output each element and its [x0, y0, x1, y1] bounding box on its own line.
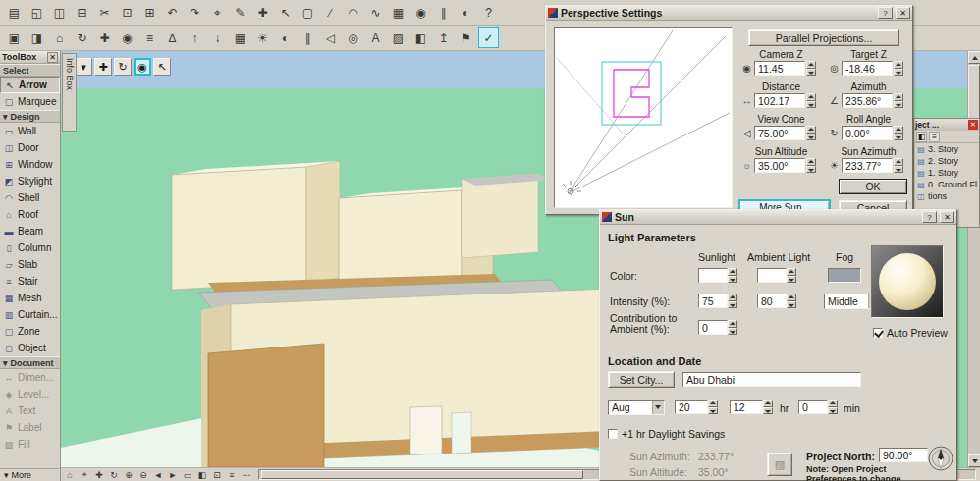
paste-icon[interactable]: ⊞	[139, 2, 160, 23]
target-z-input[interactable]: -18.46	[842, 61, 893, 76]
tool-object[interactable]: ◻ Object	[0, 340, 60, 356]
ambient-color-field[interactable]	[757, 268, 787, 283]
dialog-titlebar[interactable]: Sun ? ✕	[600, 210, 956, 225]
shadow-icon[interactable]: ◐	[275, 27, 296, 48]
help-icon[interactable]: ?	[878, 7, 893, 19]
minute-input[interactable]: 0	[798, 400, 828, 414]
story-item-1[interactable]: ▤ 1. Story	[914, 167, 979, 179]
tool-beam[interactable]: ▬ Beam	[0, 223, 60, 240]
orbit-icon[interactable]: ↻	[107, 469, 121, 481]
story-down-icon[interactable]: ↓	[207, 27, 228, 48]
value-stepper[interactable]	[806, 158, 816, 173]
contribution-input[interactable]: 0	[698, 320, 728, 335]
zoom-icon[interactable]: ⌖	[207, 2, 228, 23]
tool-text[interactable]: A Text	[0, 402, 60, 419]
close-icon[interactable]: ✕	[940, 211, 954, 223]
daylight-savings-checkbox[interactable]: +1 hr Daylight Savings	[608, 428, 725, 440]
render-icon[interactable]: ◧	[410, 27, 431, 48]
text-icon[interactable]: A	[365, 27, 386, 48]
list-view-icon[interactable]: ≡	[929, 132, 940, 142]
toolbox-section-document[interactable]: ▾ Document	[0, 356, 60, 369]
detail-icon[interactable]: ◎	[343, 27, 363, 48]
undo-icon[interactable]: ↶	[162, 2, 183, 23]
auto-preview-checkbox[interactable]: Auto Preview	[873, 327, 948, 339]
value-stepper[interactable]	[894, 126, 903, 140]
ambient-color-stepper[interactable]	[787, 268, 796, 283]
gravity-icon[interactable]: ◉	[410, 2, 431, 23]
tool-fill[interactable]: ▨ Fill	[0, 436, 60, 453]
new-file-icon[interactable]: ▤	[4, 2, 25, 23]
help-icon[interactable]: ?	[478, 2, 499, 23]
explore-icon[interactable]: ✚	[94, 27, 115, 48]
orbit-icon[interactable]: ↻	[72, 27, 92, 48]
sun-azimuth-input[interactable]: 233.77°	[842, 158, 893, 173]
camera-z-input[interactable]: 11.45	[754, 61, 805, 76]
day-stepper[interactable]	[708, 400, 718, 414]
ambient-intensity-stepper[interactable]	[787, 294, 796, 308]
orbit-tool-icon[interactable]: ↻	[114, 58, 132, 76]
split-view-icon[interactable]: ◧	[195, 469, 209, 481]
scale-icon[interactable]: ∆	[162, 27, 183, 48]
value-stepper[interactable]	[894, 93, 903, 108]
hour-stepper[interactable]	[763, 400, 773, 414]
tool-stair[interactable]: ≡ Stair	[0, 273, 60, 290]
arc-tool-icon[interactable]: ◠	[343, 2, 363, 23]
print-icon[interactable]: ⊟	[72, 2, 92, 23]
tool-zone[interactable]: ▢ Zone	[0, 323, 60, 340]
navigator-titlebar[interactable]: ject ... ✕	[914, 119, 979, 131]
chevron-down-icon[interactable]	[652, 401, 664, 414]
copy-icon[interactable]: ⊡	[117, 2, 137, 23]
layers-icon[interactable]: ≡	[139, 27, 160, 48]
tool-level-dimension[interactable]: ◈ Level...	[0, 386, 60, 402]
redo-icon[interactable]: ↷	[185, 2, 205, 23]
infobox-panel-icon[interactable]: ◨	[27, 27, 47, 48]
tool-column[interactable]: ▯ Column	[0, 240, 60, 256]
set-city-button[interactable]: Set City...	[608, 371, 675, 388]
fog-color-swatch[interactable]	[828, 268, 861, 283]
publish-icon[interactable]: ↥	[433, 27, 454, 48]
tool-slab[interactable]: ▱ Slab	[0, 256, 60, 273]
sunlight-color-stepper[interactable]	[728, 268, 737, 283]
toolbox-section-design[interactable]: ▾ Design	[0, 110, 60, 123]
line-tool-icon[interactable]: ∕	[320, 2, 341, 23]
next-view-icon[interactable]: ►	[166, 469, 180, 481]
zoom-in-icon[interactable]: ⊕	[122, 469, 136, 481]
teamwork-icon[interactable]: ⚑	[456, 27, 476, 48]
save-icon[interactable]: ◫	[49, 2, 70, 23]
pen-icon[interactable]: ✎	[230, 2, 250, 23]
tool-skylight[interactable]: ◩ Skylight	[0, 173, 60, 189]
select-view-icon[interactable]: ⊡	[210, 469, 224, 481]
checkbox-checked-icon[interactable]	[873, 328, 883, 338]
ok-button[interactable]: OK	[839, 179, 907, 194]
toolbox-section-select[interactable]: Select	[0, 64, 60, 77]
close-icon[interactable]: ✕	[968, 120, 978, 130]
navigator-icon[interactable]: ⌂	[49, 27, 70, 48]
project-north-input[interactable]: 90.00°	[879, 448, 928, 462]
close-icon[interactable]: ✕	[47, 52, 58, 63]
scroll-up-icon[interactable]	[968, 51, 980, 64]
story-item-0[interactable]: ▤ 0. Ground Fl	[914, 179, 979, 190]
sunlight-color-field[interactable]	[698, 268, 728, 283]
perspective-preview[interactable]	[554, 27, 733, 208]
open-file-icon[interactable]: ◱	[27, 2, 47, 23]
sun-icon[interactable]: ☀	[252, 27, 273, 48]
layout-icon[interactable]: ≡	[225, 469, 239, 481]
fill-icon[interactable]: ▨	[388, 27, 408, 48]
close-icon[interactable]: ✕	[896, 7, 910, 19]
minute-stepper[interactable]	[828, 400, 838, 414]
story-item-3[interactable]: ▤ 3. Story	[914, 143, 979, 155]
help-icon[interactable]: ?	[922, 211, 937, 223]
arrow-tool-icon[interactable]: ↖	[275, 2, 296, 23]
spline-tool-icon[interactable]: ∿	[365, 2, 386, 23]
roll-angle-input[interactable]: 0.00°	[842, 126, 893, 140]
azimuth-input[interactable]: 235.86°	[842, 93, 893, 108]
toolbox-titlebar[interactable]: ToolBox ✕	[0, 51, 60, 64]
scroll-down-icon[interactable]	[968, 454, 980, 467]
value-stepper[interactable]	[806, 61, 816, 76]
tool-mesh[interactable]: ▦ Mesh	[0, 290, 60, 306]
value-stepper[interactable]	[894, 61, 903, 76]
grid-icon[interactable]: ▦	[388, 2, 408, 23]
tool-dimension[interactable]: ↔ Dimen...	[0, 369, 60, 386]
story-item-2[interactable]: ▤ 2. Story	[914, 155, 979, 167]
tool-label[interactable]: ⚑ Label	[0, 419, 60, 436]
